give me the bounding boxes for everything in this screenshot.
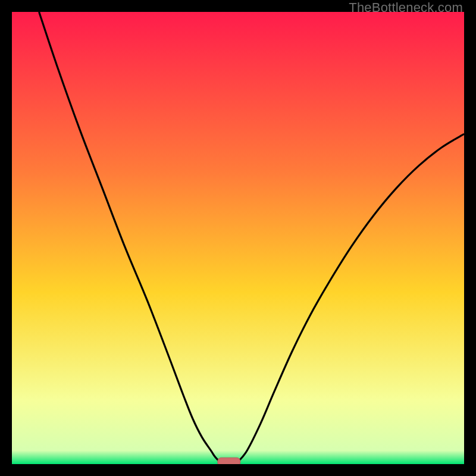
- chart-frame: [12, 12, 464, 464]
- bottleneck-marker: [218, 458, 240, 464]
- bottleneck-chart: [12, 12, 464, 464]
- watermark-text: TheBottleneck.com: [349, 0, 463, 15]
- gradient-background: [12, 12, 464, 464]
